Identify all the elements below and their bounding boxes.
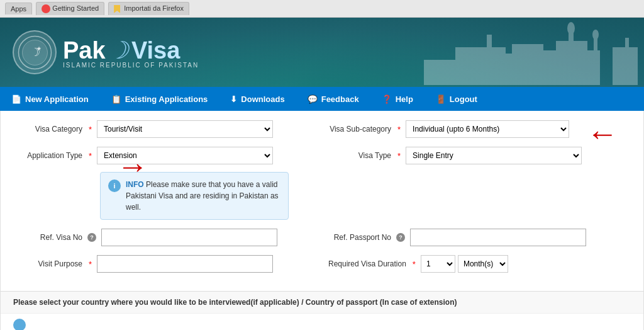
visa-type-required: * bbox=[397, 151, 401, 161]
duration-controls: 1 2 3 4 5 6 Month(s) Year(s) bbox=[421, 255, 508, 273]
firefox-favicon bbox=[42, 4, 50, 13]
ref-passport-input[interactable] bbox=[410, 229, 586, 246]
ref-visa-input[interactable] bbox=[101, 229, 277, 246]
site-subtitle: ISLAMIC REPUBLIC OF PAKISTAN bbox=[63, 62, 199, 69]
logo-area: ☽ ★ Pak ☽ Visa ISLAMIC REPUBLIC OF PAKIS… bbox=[13, 30, 199, 74]
visa-type-label: Visa Type bbox=[328, 151, 391, 160]
visit-purpose-input[interactable] bbox=[97, 255, 273, 273]
application-type-required: * bbox=[89, 151, 92, 161]
visa-type-select[interactable]: Single Entry bbox=[406, 147, 582, 164]
visa-category-row: Visa Category * Tourist/Visit Visa Sub-c… bbox=[19, 120, 625, 138]
purpose-duration-row: Visit Purpose * Required Visa Duration *… bbox=[19, 255, 625, 273]
duration-label: Required Visa Duration bbox=[328, 259, 406, 268]
ref-visa-group: Ref. Visa No ? bbox=[19, 229, 316, 246]
new-application-label: New Application bbox=[25, 94, 89, 104]
info-message: Please make sure that you have a valid P… bbox=[126, 180, 279, 212]
downloads-icon: ⬇ bbox=[230, 94, 237, 104]
tab-getting-started-label: Getting Started bbox=[52, 4, 99, 12]
application-type-group: Application Type * Extension bbox=[19, 147, 316, 164]
bottom-info-circle bbox=[13, 319, 26, 330]
browser-bar: Apps Getting Started Importati da Firefo… bbox=[0, 0, 644, 18]
bottom-info-text: Please select your country where you wou… bbox=[13, 298, 457, 307]
visit-purpose-required: * bbox=[89, 259, 92, 269]
nav-logout[interactable]: 🚪 Logout bbox=[425, 87, 489, 111]
tab-apps[interactable]: Apps bbox=[5, 3, 32, 14]
tab-importati-label: Importati da Firefox bbox=[124, 4, 184, 12]
site-header: ☽ ★ Pak ☽ Visa ISLAMIC REPUBLIC OF PAKIS… bbox=[0, 18, 644, 87]
logo-text: Pak ☽ Visa ISLAMIC REPUBLIC OF PAKISTAN bbox=[63, 37, 199, 69]
nav-help[interactable]: ❓ Help bbox=[370, 87, 425, 111]
pak-text: Pak bbox=[63, 37, 106, 64]
duration-group: Required Visa Duration * 1 2 3 4 5 6 Mon… bbox=[328, 255, 625, 273]
nav-new-application[interactable]: 📄 New Application bbox=[0, 87, 100, 111]
svg-rect-8 bbox=[594, 35, 597, 85]
duration-unit-select[interactable]: Month(s) Year(s) bbox=[458, 255, 508, 273]
ref-passport-label: Ref. Passport No bbox=[328, 233, 391, 242]
application-type-row: Application Type * Extension Visa Type *… bbox=[19, 147, 625, 164]
ref-passport-help-icon[interactable]: ? bbox=[396, 233, 405, 242]
ref-row: Ref. Visa No ? Ref. Passport No ? bbox=[19, 229, 625, 246]
info-box-text: INFO Please make sure that you have a va… bbox=[126, 179, 280, 213]
visa-category-required: * bbox=[89, 125, 92, 134]
logout-label: Logout bbox=[450, 94, 477, 104]
existing-applications-icon: 📋 bbox=[111, 94, 121, 104]
application-type-label: Application Type bbox=[19, 151, 82, 160]
form-area: Visa Category * Tourist/Visit Visa Sub-c… bbox=[1, 111, 643, 291]
svg-rect-11 bbox=[512, 44, 543, 85]
help-icon: ❓ bbox=[382, 94, 392, 104]
visa-subcategory-group: Visa Sub-category * Individual (upto 6 M… bbox=[328, 120, 625, 138]
nav-feedback[interactable]: 💬 Feedback bbox=[296, 87, 370, 111]
svg-point-9 bbox=[592, 30, 599, 40]
ref-visa-help-icon[interactable]: ? bbox=[87, 233, 96, 242]
visa-subcategory-required: * bbox=[397, 125, 401, 134]
nav-bar: 📄 New Application 📋 Existing Application… bbox=[0, 87, 644, 111]
duration-number-select[interactable]: 1 2 3 4 5 6 bbox=[421, 255, 455, 273]
visa-text: Visa bbox=[131, 37, 180, 64]
svg-rect-13 bbox=[487, 35, 492, 85]
visa-category-label: Visa Category bbox=[19, 125, 82, 134]
duration-required: * bbox=[413, 259, 416, 269]
svg-rect-16 bbox=[625, 38, 629, 85]
city-silhouette bbox=[204, 18, 644, 87]
nav-existing-applications[interactable]: 📋 Existing Applications bbox=[100, 87, 219, 111]
logo-main-text: Pak ☽ Visa bbox=[63, 37, 199, 64]
tabs-container: Apps Getting Started Importati da Firefo… bbox=[5, 2, 189, 15]
svg-rect-12 bbox=[455, 47, 506, 85]
c-text: ☽ bbox=[108, 37, 129, 64]
visit-purpose-label: Visit Purpose bbox=[19, 259, 82, 268]
logout-icon: 🚪 bbox=[436, 94, 446, 104]
visa-subcategory-label: Visa Sub-category bbox=[328, 125, 391, 134]
feedback-icon: 💬 bbox=[308, 94, 318, 104]
existing-applications-label: Existing Applications bbox=[125, 94, 208, 104]
visa-subcategory-select[interactable]: Individual (upto 6 Months) bbox=[406, 120, 569, 138]
nav-downloads[interactable]: ⬇ Downloads bbox=[219, 87, 296, 111]
page-wrapper: Apps Getting Started Importati da Firefo… bbox=[0, 0, 644, 330]
feedback-label: Feedback bbox=[321, 94, 359, 104]
pakistan-emblem: ☽ ★ bbox=[13, 30, 57, 74]
new-application-icon: 📄 bbox=[11, 94, 21, 104]
ref-passport-group: Ref. Passport No ? bbox=[328, 229, 625, 246]
svg-rect-7 bbox=[543, 50, 600, 85]
visa-category-select[interactable]: Tourist/Visit bbox=[97, 120, 273, 138]
ref-visa-label: Ref. Visa No bbox=[19, 233, 82, 242]
content-wrapper: Visa Category * Tourist/Visit Visa Sub-c… bbox=[0, 111, 644, 330]
visa-category-group: Visa Category * Tourist/Visit bbox=[19, 120, 316, 138]
arrow-subcategory: ← bbox=[587, 115, 618, 152]
tab-apps-label: Apps bbox=[11, 5, 26, 13]
bottom-placeholder bbox=[1, 313, 643, 330]
visa-type-group: Visa Type * Single Entry bbox=[328, 147, 625, 164]
bottom-info-bar: Please select your country where you wou… bbox=[1, 291, 643, 313]
svg-rect-14 bbox=[424, 60, 462, 85]
svg-point-5 bbox=[567, 22, 575, 35]
info-row: i INFO Please make sure that you have a … bbox=[19, 168, 625, 220]
downloads-label: Downloads bbox=[241, 94, 284, 104]
tab-importati[interactable]: Importati da Firefox bbox=[108, 2, 189, 15]
tab-getting-started[interactable]: Getting Started bbox=[36, 2, 104, 15]
visit-purpose-group: Visit Purpose * bbox=[19, 255, 316, 273]
arrow-application-type: → bbox=[117, 148, 148, 185]
bookmark-favicon bbox=[114, 5, 120, 13]
help-label: Help bbox=[396, 94, 413, 104]
svg-text:★: ★ bbox=[36, 45, 42, 52]
